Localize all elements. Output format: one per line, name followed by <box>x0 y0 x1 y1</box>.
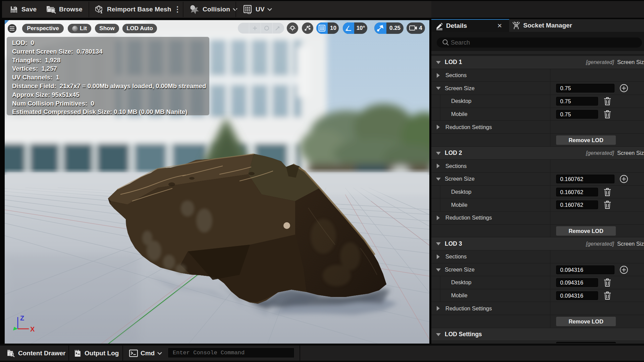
svg-text:Z: Z <box>20 314 24 322</box>
svg-text:X: X <box>30 325 35 333</box>
